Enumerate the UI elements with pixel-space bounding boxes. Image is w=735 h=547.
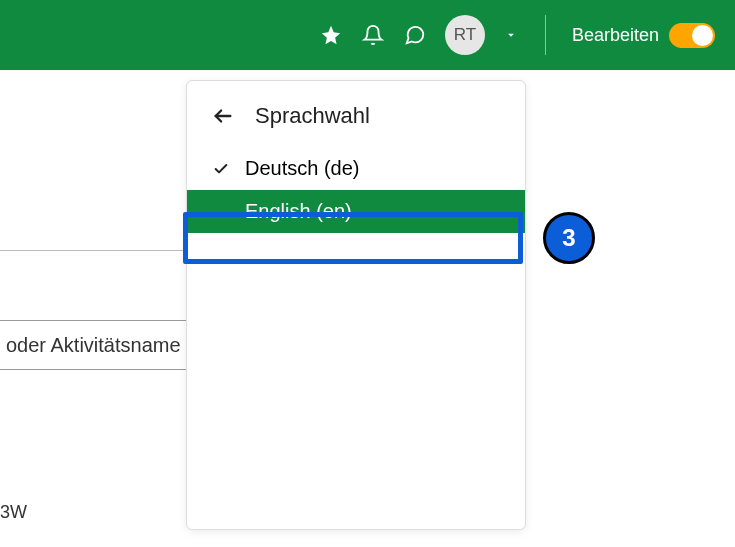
step-badge: 3 [543, 212, 595, 264]
chevron-down-icon[interactable] [503, 27, 519, 43]
toggle-knob [692, 25, 713, 46]
background-divider [0, 250, 186, 251]
step-number: 3 [562, 224, 575, 252]
language-label: Deutsch (de) [245, 157, 360, 180]
dropdown-title: Sprachwahl [255, 103, 370, 129]
dropdown-header: Sprachwahl [187, 95, 525, 147]
edit-mode-group: Bearbeiten [572, 23, 715, 48]
search-input-text: oder Aktivitätsname [6, 334, 181, 357]
check-icon [211, 161, 231, 177]
edit-toggle[interactable] [669, 23, 715, 48]
language-option-en[interactable]: English (en) [187, 190, 525, 233]
language-dropdown: Sprachwahl Deutsch (de) English (en) [186, 80, 526, 530]
bell-icon[interactable] [361, 23, 385, 47]
language-option-de[interactable]: Deutsch (de) [187, 147, 525, 190]
header-divider [545, 15, 546, 55]
back-arrow-icon[interactable] [211, 104, 235, 128]
avatar-initials: RT [454, 25, 476, 45]
header: RT Bearbeiten [0, 0, 735, 70]
search-input-fragment[interactable]: oder Aktivitätsname [0, 320, 186, 370]
edit-label: Bearbeiten [572, 25, 659, 46]
background-text-fragment: 3W [0, 502, 27, 523]
chat-icon[interactable] [403, 23, 427, 47]
language-label: English (en) [245, 200, 352, 223]
avatar[interactable]: RT [445, 15, 485, 55]
star-icon[interactable] [319, 23, 343, 47]
